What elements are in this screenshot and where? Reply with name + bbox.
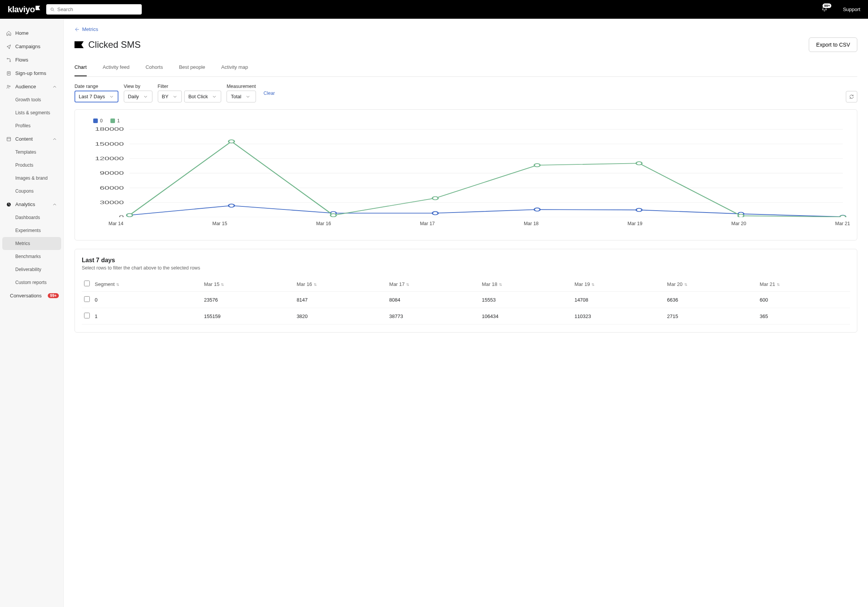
date-range-dropdown[interactable]: Last 7 Days	[74, 91, 118, 102]
data-cell: 155159	[202, 308, 294, 325]
clear-filters-link[interactable]: Clear	[264, 91, 275, 96]
sidebar-item-images-brand[interactable]: Images & brand	[0, 172, 63, 185]
filter-by-dropdown[interactable]: BY	[158, 91, 182, 102]
sidebar-item-label: Images & brand	[15, 175, 48, 181]
sidebar-item-flows[interactable]: Flows	[0, 53, 63, 67]
data-table: Segment⇅Mar 15⇅Mar 16⇅Mar 17⇅Mar 18⇅Mar …	[82, 277, 850, 325]
data-cell: 3820	[294, 308, 387, 325]
tab-activity-map[interactable]: Activity map	[221, 60, 248, 76]
svg-rect-4	[7, 71, 10, 75]
sidebar-item-label: Deliverability	[15, 267, 41, 272]
data-cell: 106434	[479, 308, 572, 325]
sidebar-item-experiments[interactable]: Experiments	[0, 224, 63, 237]
sidebar-item-label: Benchmarks	[15, 254, 41, 259]
sort-icon: ⇅	[221, 282, 224, 287]
chart-legend: 01	[93, 118, 850, 123]
measurement-dropdown[interactable]: Total	[227, 91, 256, 102]
flow-icon	[6, 57, 11, 63]
tab-cohorts[interactable]: Cohorts	[146, 60, 163, 76]
legend-item: 1	[110, 118, 120, 123]
column-header[interactable]: Mar 19⇅	[572, 277, 665, 292]
tab-best-people[interactable]: Best people	[179, 60, 205, 76]
date-range-label: Date range	[74, 84, 118, 89]
svg-point-37	[534, 164, 540, 167]
notifications-button[interactable]: 99+	[821, 6, 828, 13]
svg-point-30	[636, 208, 642, 211]
sidebar-item-label: Growth tools	[15, 97, 41, 102]
table-subtitle: Select rows to filter the chart above to…	[82, 265, 850, 271]
sidebar-item-analytics[interactable]: Analytics	[0, 198, 63, 211]
svg-text:30000: 30000	[100, 200, 124, 205]
sidebar-item-content[interactable]: Content	[0, 132, 63, 146]
svg-point-34	[228, 140, 234, 143]
svg-point-38	[636, 162, 642, 165]
sort-icon: ⇅	[499, 282, 502, 287]
column-header[interactable]: Mar 16⇅	[294, 277, 387, 292]
sidebar-item-label: Templates	[15, 149, 36, 155]
svg-text:150000: 150000	[95, 141, 124, 146]
chevron-down-icon	[109, 94, 114, 99]
column-header[interactable]: Mar 21⇅	[758, 277, 850, 292]
sidebar-item-conversations[interactable]: Conversations99+	[0, 289, 63, 302]
filter-value-dropdown[interactable]: Bot Click	[184, 91, 221, 102]
svg-point-29	[534, 208, 540, 211]
sidebar-item-lists-segments[interactable]: Lists & segments	[0, 106, 63, 119]
data-cell: 600	[758, 292, 850, 308]
sidebar-item-sign-up-forms[interactable]: Sign-up forms	[0, 67, 63, 80]
sidebar-item-label: Campaigns	[15, 44, 40, 49]
export-csv-button[interactable]: Export to CSV	[809, 37, 857, 52]
sidebar-item-templates[interactable]: Templates	[0, 146, 63, 159]
sidebar-item-label: Dashboards	[15, 215, 40, 220]
view-by-dropdown[interactable]: Daily	[124, 91, 152, 102]
tab-activity-feed[interactable]: Activity feed	[103, 60, 130, 76]
line-chart: 0300006000090000120000150000180000	[85, 127, 850, 217]
sidebar-item-benchmarks[interactable]: Benchmarks	[0, 250, 63, 263]
filter-label: Filter	[158, 84, 222, 89]
legend-swatch	[93, 118, 98, 123]
svg-point-26	[228, 204, 234, 207]
tab-chart[interactable]: Chart	[74, 60, 87, 76]
refresh-button[interactable]	[846, 91, 857, 102]
sidebar-item-growth-tools[interactable]: Growth tools	[0, 93, 63, 106]
svg-text:0: 0	[119, 214, 124, 217]
svg-point-28	[432, 212, 438, 215]
sidebar-item-label: Products	[15, 162, 33, 168]
row-checkbox[interactable]	[84, 313, 90, 318]
sidebar-item-profiles[interactable]: Profiles	[0, 119, 63, 132]
sidebar-item-home[interactable]: Home	[0, 26, 63, 40]
sidebar-item-metrics[interactable]: Metrics	[2, 237, 61, 250]
table-title: Last 7 days	[82, 257, 850, 264]
segment-cell: 1	[92, 308, 202, 325]
column-header[interactable]: Mar 20⇅	[665, 277, 757, 292]
back-to-metrics-link[interactable]: Metrics	[74, 26, 857, 32]
data-cell: 38773	[387, 308, 479, 325]
content-icon	[6, 136, 11, 142]
svg-point-3	[10, 61, 10, 62]
column-header[interactable]: Mar 17⇅	[387, 277, 479, 292]
data-cell: 8147	[294, 292, 387, 308]
svg-point-36	[432, 196, 438, 200]
sidebar-item-campaigns[interactable]: Campaigns	[0, 40, 63, 53]
sidebar-item-deliverability[interactable]: Deliverability	[0, 263, 63, 276]
sidebar-item-coupons[interactable]: Coupons	[0, 185, 63, 198]
metric-flag-icon	[74, 41, 84, 48]
sidebar-item-custom-reports[interactable]: Custom reports	[0, 276, 63, 289]
sidebar-item-label: Audience	[15, 84, 36, 89]
search-box[interactable]	[46, 4, 142, 15]
measurement-label: Measurement	[227, 84, 256, 89]
sidebar-item-audience[interactable]: Audience	[0, 80, 63, 93]
row-checkbox[interactable]	[84, 296, 90, 302]
support-link[interactable]: Support	[843, 6, 860, 12]
sidebar-badge: 99+	[48, 293, 59, 298]
sidebar-item-products[interactable]: Products	[0, 159, 63, 172]
svg-text:180000: 180000	[95, 127, 124, 132]
column-header[interactable]: Mar 18⇅	[479, 277, 572, 292]
select-all-checkbox[interactable]	[84, 281, 90, 286]
search-input[interactable]	[57, 6, 138, 12]
sidebar-item-label: Content	[15, 136, 33, 142]
column-header[interactable]: Segment⇅	[92, 277, 202, 292]
sidebar-item-dashboards[interactable]: Dashboards	[0, 211, 63, 224]
arrow-left-icon	[74, 27, 80, 32]
svg-point-40	[840, 215, 846, 217]
column-header[interactable]: Mar 15⇅	[202, 277, 294, 292]
